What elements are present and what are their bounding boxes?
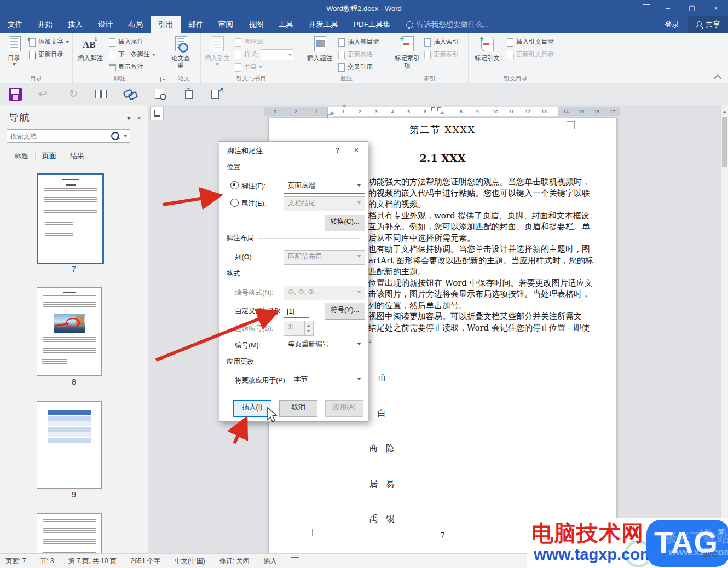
start-at-spinner[interactable]: ① xyxy=(284,321,314,336)
tell-me-box[interactable]: 告诉我您想要做什么... xyxy=(406,16,489,33)
insert-caption-button[interactable]: 插入题注 xyxy=(305,36,334,74)
attachment-icon[interactable] xyxy=(182,88,195,101)
status-section[interactable]: 节: 3 xyxy=(40,557,54,566)
proofing-icon[interactable] xyxy=(291,557,299,564)
nav-tab-pages[interactable]: 页面 xyxy=(36,151,63,161)
paper-check-button[interactable]: 论文查重 xyxy=(171,36,190,74)
first-line-indent-marker[interactable] xyxy=(342,105,347,111)
body-text: 功能强大的方法帮助您证明您的观点。当您单击联机视频时， 的视频的嵌入代码中进行粘… xyxy=(368,176,598,345)
status-page[interactable]: 页面: 7 xyxy=(5,557,26,566)
insert-citation-button[interactable]: 插入引文 xyxy=(204,36,230,74)
status-insert-mode[interactable]: 插入 xyxy=(263,557,276,566)
footnote-position-dropdown[interactable]: 页面底端 xyxy=(284,179,365,194)
nav-tab-headings[interactable]: 标题 xyxy=(8,151,36,161)
nav-tab-results[interactable]: 结果 xyxy=(63,151,91,161)
apply-to-dropdown[interactable]: 本节 xyxy=(290,373,365,387)
insert-button[interactable]: 插入(I) xyxy=(233,400,271,417)
footnote-dialog-launcher-icon[interactable] xyxy=(160,77,166,82)
insert-table-of-figures-button[interactable]: 插入表目录 xyxy=(337,37,379,47)
symbol-button[interactable]: 符号(Y)... xyxy=(325,303,365,320)
tab-view[interactable]: 视图 xyxy=(241,16,271,33)
maximize-button[interactable]: ▢ xyxy=(680,0,704,16)
toolbar-overflow-icon[interactable] xyxy=(221,93,224,103)
cross-reference-button[interactable]: 交叉引用 xyxy=(337,62,379,72)
nav-close-icon[interactable]: × xyxy=(137,114,141,122)
insert-index-button[interactable]: 插入索引 xyxy=(423,37,459,47)
mark-citation-button[interactable]: + 标记引文 xyxy=(472,36,502,74)
style-dropdown[interactable] xyxy=(261,49,293,60)
tab-developer[interactable]: 开发工具 xyxy=(301,16,346,33)
number-format-dropdown[interactable]: ①, ②, ③ ... xyxy=(284,286,365,300)
convert-button[interactable]: 转换(C)... xyxy=(325,215,365,231)
tab-selector[interactable] xyxy=(150,107,164,120)
status-track-changes[interactable]: 修订: 关闭 xyxy=(219,557,250,566)
tab-insert[interactable]: 插入 xyxy=(60,16,90,33)
page-thumbnail-8[interactable] xyxy=(37,287,102,376)
dialog-close-icon[interactable]: × xyxy=(354,146,359,154)
status-page-count[interactable]: 第 7 页, 共 10 页 xyxy=(68,557,117,566)
update-toc-button[interactable]: ! 更新目录 xyxy=(28,49,69,60)
endnote-position-dropdown[interactable]: 文档结尾 xyxy=(284,196,365,211)
page-thumbnail-9[interactable] xyxy=(37,401,102,489)
print-preview-icon[interactable] xyxy=(153,88,166,101)
status-word-count[interactable]: 2651 个字 xyxy=(131,557,160,566)
spinner-buttons[interactable] xyxy=(304,321,313,335)
insert-table-of-authorities-button[interactable]: 插入引文目录 xyxy=(506,37,554,47)
nav-options-caret-icon[interactable]: ▾ xyxy=(127,114,131,122)
hyperlink-icon[interactable] xyxy=(124,88,137,101)
bibliography-button[interactable]: 书目 xyxy=(234,62,293,72)
mark-entry-button[interactable]: + 标记索引项 xyxy=(395,36,420,74)
update-index-button[interactable]: ! 更新索引 xyxy=(423,49,459,60)
style-combo[interactable]: 样式: xyxy=(234,49,293,60)
next-footnote-button[interactable]: 下一条脚注 xyxy=(108,49,155,60)
footnote-radio[interactable] xyxy=(230,181,239,189)
search-caret-icon[interactable] xyxy=(124,135,127,139)
scroll-up-icon[interactable] xyxy=(723,108,727,113)
hanging-indent-marker[interactable] xyxy=(330,108,335,114)
endnote-radio[interactable] xyxy=(230,199,239,207)
vertical-scrollbar[interactable] xyxy=(720,105,728,554)
tab-layout[interactable]: 布局 xyxy=(120,16,151,33)
page-thumbnail-7[interactable] xyxy=(37,173,104,264)
insert-footnote-button[interactable]: AB 1 插入脚注 xyxy=(76,36,105,74)
toc-button[interactable]: 目录 xyxy=(3,36,25,74)
apply-button[interactable]: 应用(A) xyxy=(325,400,363,417)
save-icon[interactable] xyxy=(9,88,22,101)
scrollbar-thumb[interactable] xyxy=(722,117,727,167)
tab-home[interactable]: 开始 xyxy=(30,16,60,33)
page-thumbnail-10[interactable] xyxy=(37,513,102,554)
undo-icon[interactable]: ↩ xyxy=(36,88,49,101)
tab-review[interactable]: 审阅 xyxy=(211,16,241,33)
tab-references[interactable]: 引用 xyxy=(151,16,181,33)
search-icon[interactable] xyxy=(111,132,119,140)
update-table-of-authorities-button[interactable]: ! 更新引文目录 xyxy=(506,49,554,60)
tab-mailings[interactable]: 邮件 xyxy=(181,16,211,33)
sign-in-button[interactable]: 登录 xyxy=(656,16,688,33)
add-text-button[interactable]: + 添加文字 xyxy=(28,37,69,47)
tab-pdf-tools[interactable]: PDF工具集 xyxy=(346,16,398,33)
cancel-button[interactable]: 取消 xyxy=(279,400,317,417)
search-input[interactable] xyxy=(7,132,111,140)
collapse-ribbon-icon[interactable] xyxy=(714,74,721,82)
show-notes-button[interactable]: 显示备注 xyxy=(108,62,155,72)
share-button[interactable]: 共享 xyxy=(688,16,728,33)
update-table-button[interactable]: ! 更新表格 xyxy=(337,49,379,60)
redo-icon[interactable]: ↻ xyxy=(67,88,80,101)
insert-endnote-button[interactable]: 插入尾注 xyxy=(108,37,155,47)
status-language[interactable]: 中文(中国) xyxy=(175,557,205,566)
minimize-button[interactable]: – xyxy=(656,0,680,16)
columns-dropdown[interactable]: 匹配节布局 xyxy=(284,250,365,265)
word-window: Word教程2.docx - Word – ▢ × 文件 开始 插入 设计 布局… xyxy=(0,0,728,568)
side-by-side-icon[interactable] xyxy=(94,88,107,101)
tab-design[interactable]: 设计 xyxy=(90,16,120,33)
close-button[interactable]: × xyxy=(704,0,728,16)
manage-sources-button[interactable]: 管理源 xyxy=(234,37,293,47)
custom-mark-input[interactable] xyxy=(284,303,309,318)
insert-endnote-icon xyxy=(108,38,116,46)
numbering-dropdown[interactable]: 每页重新编号 xyxy=(284,338,365,352)
tab-tools[interactable]: 工具 xyxy=(271,16,301,33)
help-icon[interactable]: ? xyxy=(336,146,339,154)
tab-file[interactable]: 文件 xyxy=(0,16,30,33)
search-box[interactable] xyxy=(7,129,130,143)
ribbon-display-options-icon[interactable] xyxy=(637,0,656,16)
